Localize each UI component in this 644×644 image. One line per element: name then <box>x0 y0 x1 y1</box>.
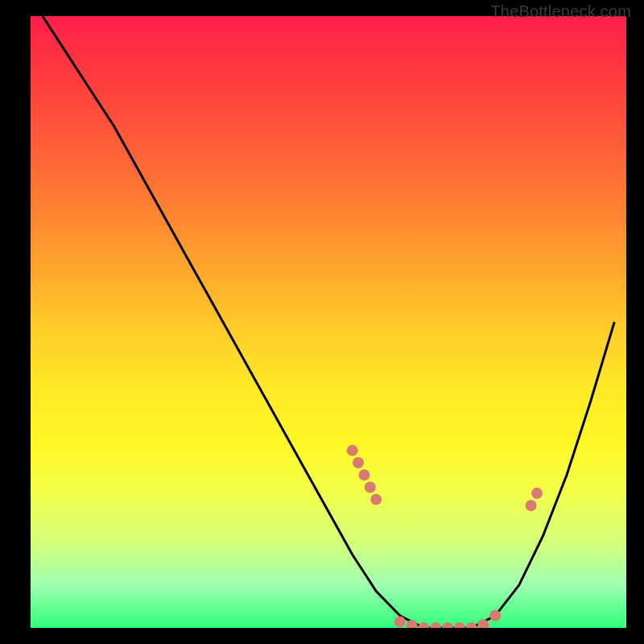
gradient-plot-area <box>31 16 626 628</box>
chart-frame: TheBottleneck.com <box>0 0 644 644</box>
watermark-text: TheBottleneck.com <box>490 0 631 23</box>
